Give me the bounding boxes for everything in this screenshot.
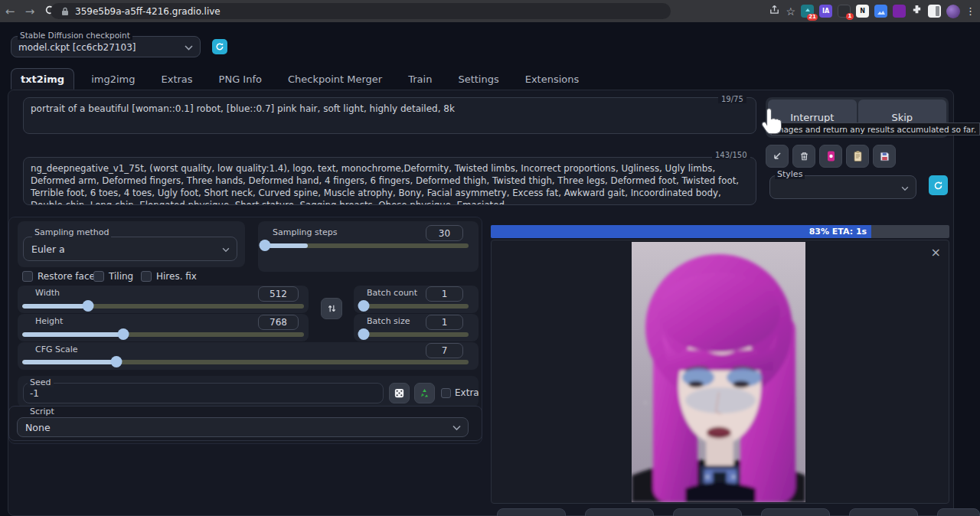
gallery-action-button-4[interactable]	[761, 508, 830, 516]
extension-counter-badge: 21	[807, 14, 818, 21]
close-preview-icon[interactable]: ×	[931, 247, 941, 259]
sampling-method-dropdown[interactable]: Euler a	[23, 237, 237, 261]
trash-icon	[799, 151, 810, 162]
app-root: ← → 359e5b9a-a5ff-4216.gradio.live ☆ 21 …	[0, 0, 980, 516]
tab-train[interactable]: Train	[399, 68, 441, 90]
side-panel-icon[interactable]	[928, 5, 941, 18]
generation-progress-bar: 83% ETA: 1s	[491, 225, 949, 238]
profile-avatar[interactable]	[946, 5, 960, 18]
apply-style-button[interactable]	[819, 145, 842, 168]
restore-faces-checkbox[interactable]	[22, 271, 33, 282]
clear-prompt-button[interactable]	[792, 145, 815, 168]
width-slider[interactable]	[22, 304, 304, 309]
hires-fix-checkbox[interactable]	[141, 271, 152, 282]
negative-prompt-text: ng_deepnegative_v1_75t, (worst quality, …	[31, 163, 739, 205]
style-to-prompt-button[interactable]	[846, 145, 869, 168]
seed-input[interactable]: -1	[23, 383, 384, 403]
tooltip-text: processing images and return any results…	[771, 125, 976, 134]
batch-count-slider[interactable]	[358, 304, 469, 309]
seed-value: -1	[30, 388, 39, 399]
clipboard-icon	[852, 150, 864, 162]
gallery-action-button-1[interactable]	[497, 508, 566, 516]
recycle-icon	[419, 387, 430, 399]
negative-prompt-counter: 143/150	[712, 151, 750, 159]
reuse-seed-button[interactable]	[414, 383, 435, 403]
script-value: None	[25, 422, 51, 433]
checkpoint-dropdown[interactable]: Stable Diffusion checkpoint model.ckpt […	[11, 36, 201, 57]
sampling-steps-slider-thumb[interactable]	[260, 240, 271, 251]
width-slider-thumb[interactable]	[83, 300, 94, 312]
width-input[interactable]: 512	[258, 286, 299, 302]
extension-counter-icon[interactable]: 21	[801, 5, 814, 18]
height-input[interactable]: 768	[258, 315, 299, 330]
bookmark-star-icon[interactable]: ☆	[786, 5, 795, 18]
extra-seed-checkbox[interactable]	[441, 388, 451, 398]
cfg-scale-slider-thumb[interactable]	[111, 356, 122, 367]
generated-image[interactable]	[632, 242, 805, 502]
extension-ia-icon[interactable]: IA	[819, 5, 832, 18]
tab-extensions[interactable]: Extensions	[516, 68, 589, 90]
batch-count-slider-thumb[interactable]	[358, 300, 370, 312]
extension-image-icon[interactable]	[874, 5, 887, 18]
gallery-action-button-5[interactable]	[849, 508, 918, 516]
chevron-down-icon	[185, 45, 193, 51]
styles-refresh-button[interactable]	[929, 175, 948, 195]
cfg-scale-slider[interactable]	[22, 360, 469, 364]
batch-count-label: Batch count	[364, 288, 420, 298]
cfg-scale-label: CFG Scale	[33, 345, 80, 354]
paste-params-button[interactable]	[766, 145, 789, 168]
cfg-scale-value: 7	[442, 345, 448, 356]
extension-purple-icon[interactable]	[893, 5, 906, 18]
tab-txt2img[interactable]: txt2img	[11, 68, 74, 90]
batch-size-slider[interactable]	[358, 332, 469, 337]
script-dropdown[interactable]: None	[17, 417, 469, 437]
negative-prompt-input[interactable]: ng_deepnegative_v1_75t, (worst quality, …	[23, 157, 756, 205]
gallery-action-button-6[interactable]	[937, 508, 980, 516]
tab-png-info[interactable]: PNG Info	[210, 68, 271, 90]
tab-settings[interactable]: Settings	[449, 68, 508, 90]
tab-img2img[interactable]: img2img	[82, 68, 144, 90]
height-label: Height	[33, 316, 65, 326]
batch-size-input[interactable]: 1	[426, 315, 463, 330]
extension-camera-badge: 1	[846, 13, 854, 20]
back-icon[interactable]: ←	[0, 5, 20, 18]
save-style-button[interactable]	[873, 145, 896, 168]
address-bar[interactable]: 359e5b9a-a5ff-4216.gradio.live	[51, 3, 671, 19]
share-icon[interactable]	[769, 4, 780, 18]
styles-label: Styles	[775, 169, 805, 179]
refresh-icon	[933, 181, 943, 191]
gallery-action-button-3[interactable]	[673, 508, 742, 516]
height-slider[interactable]	[22, 332, 304, 337]
swap-dimensions-button[interactable]	[321, 298, 342, 319]
forward-icon[interactable]: →	[20, 5, 40, 18]
tab-checkpoint-merger[interactable]: Checkpoint Merger	[279, 68, 391, 90]
checkpoint-value: model.ckpt [cc6cb27103]	[18, 42, 136, 53]
refresh-icon	[215, 42, 224, 51]
tab-extras[interactable]: Extras	[152, 68, 202, 90]
restore-faces-label: Restore faces	[38, 271, 100, 282]
extra-seed-label: Extra	[455, 387, 479, 398]
width-label: Width	[33, 288, 62, 298]
batch-size-label: Batch size	[364, 316, 412, 326]
prompt-input[interactable]: portrait of a beautiful [woman::0.1] rob…	[23, 97, 756, 134]
browser-menu-icon[interactable]: ⋮	[965, 5, 975, 17]
hires-fix-label: Hires. fix	[156, 271, 197, 282]
floppy-save-icon	[879, 151, 890, 162]
cfg-scale-input[interactable]: 7	[426, 343, 463, 358]
style-card-icon	[825, 150, 837, 162]
gallery-action-button-2[interactable]	[585, 508, 654, 516]
batch-count-input[interactable]: 1	[426, 286, 463, 302]
batch-count-value: 1	[442, 289, 448, 299]
puzzle-extensions-icon[interactable]	[911, 4, 923, 18]
tiling-checkbox[interactable]	[93, 271, 104, 282]
height-slider-thumb[interactable]	[118, 328, 129, 340]
extension-camera-icon[interactable]: 1	[838, 5, 851, 18]
random-seed-button[interactable]	[389, 383, 410, 403]
checkpoint-refresh-button[interactable]	[212, 39, 227, 54]
sampling-steps-input[interactable]: 30	[426, 225, 463, 241]
sampling-steps-slider[interactable]	[265, 243, 469, 248]
browser-actions: ☆ 21 IA 1 N ⋮	[769, 0, 975, 22]
progress-fill: 83% ETA: 1s	[491, 225, 871, 238]
batch-size-slider-thumb[interactable]	[358, 328, 370, 340]
extension-notion-icon[interactable]: N	[856, 5, 869, 18]
